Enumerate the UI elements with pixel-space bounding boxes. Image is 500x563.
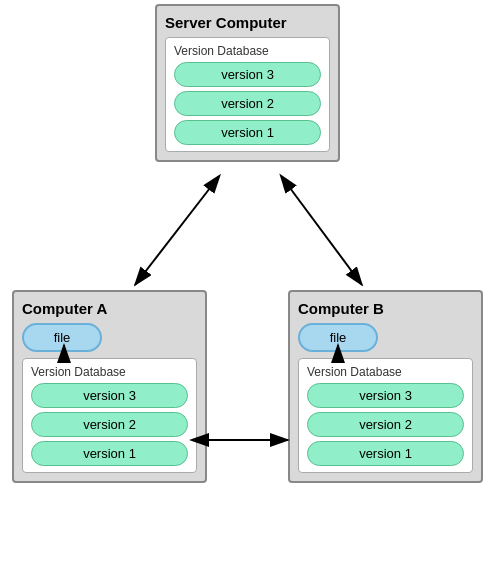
server-computer-box: Server Computer Version Database version…: [155, 4, 340, 162]
server-version-3: version 3: [174, 62, 321, 87]
server-version-1: version 1: [174, 120, 321, 145]
arrow-server-to-b: [290, 188, 362, 285]
arrow-server-to-a: [135, 188, 210, 285]
computer-a-file: file: [22, 323, 102, 352]
computer-a-db-label: Version Database: [31, 365, 188, 379]
comp-a-version-2: version 2: [31, 412, 188, 437]
computer-b-box: Computer B file Version Database version…: [288, 290, 483, 483]
comp-a-version-1: version 1: [31, 441, 188, 466]
diagram: Server Computer Version Database version…: [0, 0, 500, 563]
computer-b-title: Computer B: [298, 300, 473, 317]
computer-a-title: Computer A: [22, 300, 197, 317]
computer-a-db-section: Version Database version 3 version 2 ver…: [22, 358, 197, 473]
server-db-label: Version Database: [174, 44, 321, 58]
computer-a-box: Computer A file Version Database version…: [12, 290, 207, 483]
server-db-section: Version Database version 3 version 2 ver…: [165, 37, 330, 152]
computer-b-file: file: [298, 323, 378, 352]
computer-b-db-section: Version Database version 3 version 2 ver…: [298, 358, 473, 473]
computer-b-db-label: Version Database: [307, 365, 464, 379]
comp-b-version-2: version 2: [307, 412, 464, 437]
server-version-2: version 2: [174, 91, 321, 116]
comp-b-version-1: version 1: [307, 441, 464, 466]
comp-b-version-3: version 3: [307, 383, 464, 408]
server-title: Server Computer: [165, 14, 330, 31]
comp-a-version-3: version 3: [31, 383, 188, 408]
